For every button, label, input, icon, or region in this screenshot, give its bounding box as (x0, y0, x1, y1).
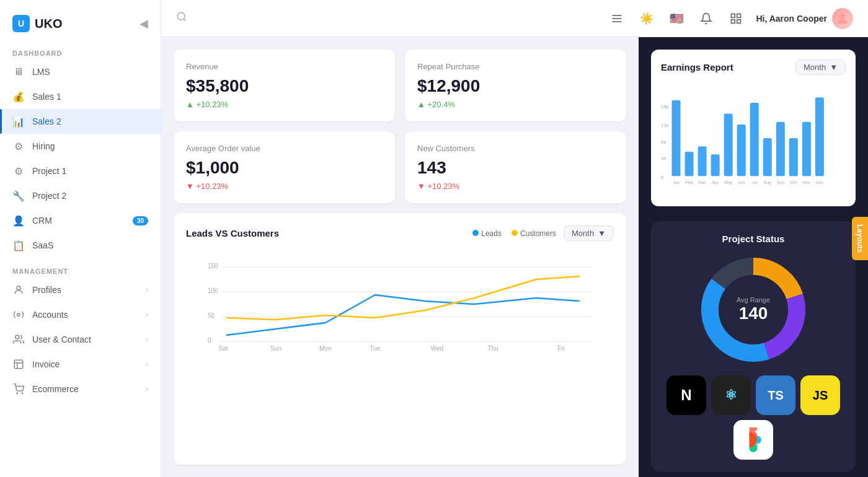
svg-text:Jul: Jul (751, 181, 757, 185)
tech-logo-next: N (666, 375, 706, 415)
sidebar-item-label-sales2: Sales 2 (32, 116, 61, 126)
sidebar: U UKO ◀ DASHBOARD 🖥 LMS 💰 Sales 1 📊 Sale… (0, 0, 161, 477)
sidebar-item-label-saas: SaaS (32, 240, 53, 250)
svg-text:Fri: Fri (557, 345, 565, 352)
logo-text: UKO (35, 17, 62, 31)
legend-customers: Customers (512, 229, 556, 238)
main-area: ☀️ 🇺🇸 Hi, Aaron Cooper Revenue (161, 0, 868, 477)
menu-icon[interactable] (607, 9, 627, 28)
header: ☀️ 🇺🇸 Hi, Aaron Cooper (161, 0, 868, 37)
svg-rect-46 (776, 122, 785, 177)
sidebar-item-project2[interactable]: 🔧 Project 2 (0, 183, 161, 208)
svg-text:100: 100 (208, 287, 218, 294)
svg-text:Tue: Tue (370, 345, 381, 352)
stat-label-customers: New Customers (417, 144, 614, 153)
svg-rect-43 (737, 125, 746, 176)
sidebar-item-label-invoice: Invoice (32, 359, 60, 369)
section-label-dashboard: DASHBOARD (0, 45, 161, 59)
apps-icon[interactable] (726, 9, 746, 28)
stat-change-repeat: ▲ +20.4% (417, 100, 614, 109)
invoice-chevron: › (146, 360, 148, 369)
project1-icon: ⚙ (12, 165, 25, 177)
svg-rect-39 (685, 152, 694, 176)
stat-value-customers: 143 (417, 158, 614, 178)
earnings-month-selector[interactable]: Month ▼ (795, 59, 846, 75)
sidebar-item-label-crm: CRM (32, 216, 52, 225)
sidebar-item-sales1[interactable]: 💰 Sales 1 (0, 84, 161, 109)
sidebar-item-project1[interactable]: ⚙ Project 1 (0, 159, 161, 183)
tech-logo-js: JS (800, 375, 840, 415)
hiring-icon: ⚙ (12, 140, 25, 152)
svg-point-1 (17, 313, 20, 317)
sidebar-item-sales2[interactable]: 📊 Sales 2 (0, 109, 161, 134)
svg-text:0: 0 (208, 337, 211, 344)
sidebar-item-profiles[interactable]: Profiles › (0, 278, 161, 302)
lms-icon: 🖥 (12, 66, 25, 78)
theme-icon[interactable]: ☀️ (637, 9, 657, 28)
search-area (176, 11, 597, 25)
sidebar-item-label-project2: Project 2 (32, 191, 66, 201)
leads-month-selector[interactable]: Month ▼ (564, 225, 614, 241)
svg-point-7 (22, 393, 23, 394)
stat-label-revenue: Revenue (186, 62, 383, 71)
sidebar-item-label-user-contact: User & Contact (32, 335, 91, 344)
donut-center-value: 140 (737, 304, 770, 323)
sidebar-collapse-button[interactable]: ◀ (140, 17, 148, 30)
sidebar-item-saas[interactable]: 📋 SaaS (0, 233, 161, 258)
sidebar-item-accounts[interactable]: Accounts › (0, 302, 161, 327)
logo-area: U UKO ◀ (0, 10, 161, 45)
svg-rect-48 (802, 122, 811, 177)
svg-point-6 (17, 393, 18, 394)
bell-icon[interactable] (696, 9, 716, 28)
svg-text:Sun: Sun (270, 345, 281, 352)
sidebar-item-label-ecommerce: Ecommerce (32, 384, 79, 394)
svg-text:Jan: Jan (673, 181, 680, 185)
legend-leads: Leads (472, 229, 502, 238)
stat-cards: Revenue $35,800 ▲ +10.23% Repeat Purchas… (174, 50, 626, 203)
stat-label-repeat: Repeat Purchase (417, 62, 614, 71)
svg-point-8 (177, 12, 185, 20)
svg-rect-42 (724, 114, 733, 177)
donut-center-label: Avg Range (737, 296, 770, 304)
layouts-tab[interactable]: Layouts (852, 217, 868, 260)
leads-chart-header: Leads VS Customers Leads Customers Month… (186, 225, 614, 241)
svg-rect-14 (737, 14, 741, 17)
sidebar-item-hiring[interactable]: ⚙ Hiring (0, 134, 161, 159)
project2-icon: 🔧 (12, 190, 25, 202)
svg-text:Nov: Nov (803, 181, 811, 185)
svg-text:Sat: Sat (218, 345, 228, 352)
sidebar-item-crm[interactable]: 👤 CRM 30 (0, 208, 161, 233)
user-greeting: Hi, Aaron Cooper (756, 14, 827, 24)
svg-text:Jun: Jun (738, 181, 745, 185)
leads-chart-legend: Leads Customers (472, 229, 556, 238)
flag-icon[interactable]: 🇺🇸 (666, 9, 686, 28)
svg-rect-15 (732, 19, 735, 23)
search-icon (176, 11, 187, 25)
user-contact-icon (12, 333, 25, 346)
sales1-icon: 💰 (12, 90, 25, 103)
left-panel: Revenue $35,800 ▲ +10.23% Repeat Purchas… (161, 37, 639, 477)
sidebar-item-label-lms: LMS (32, 67, 50, 77)
sidebar-item-lms[interactable]: 🖥 LMS (0, 59, 161, 84)
donut-container: Avg Range 140 (698, 254, 809, 365)
ecommerce-icon (12, 383, 25, 395)
sidebar-item-invoice[interactable]: Invoice › (0, 352, 161, 377)
tech-logo-react: ⚛ (711, 375, 751, 415)
svg-rect-3 (14, 360, 23, 369)
svg-text:11k: 11k (661, 123, 669, 128)
svg-text:0: 0 (661, 175, 664, 180)
svg-text:Dec: Dec (816, 181, 824, 185)
svg-text:15k: 15k (661, 104, 669, 110)
user-info: Hi, Aaron Cooper (756, 8, 853, 29)
leads-chart-title: Leads VS Customers (186, 228, 279, 239)
user-avatar[interactable] (832, 8, 853, 29)
stat-card-revenue: Revenue $35,800 ▲ +10.23% (174, 50, 395, 121)
sidebar-item-label-accounts: Accounts (32, 310, 68, 320)
stat-card-repeat: Repeat Purchase $12,900 ▲ +20.4% (405, 50, 626, 121)
svg-rect-38 (672, 100, 681, 177)
leads-month-chevron: ▼ (598, 229, 606, 238)
sidebar-item-user-contact[interactable]: User & Contact › (0, 327, 161, 352)
sidebar-item-label-sales1: Sales 1 (32, 92, 61, 102)
stat-card-customers: New Customers 143 ▼ +10.23% (405, 131, 626, 203)
sidebar-item-ecommerce[interactable]: Ecommerce › (0, 377, 161, 401)
